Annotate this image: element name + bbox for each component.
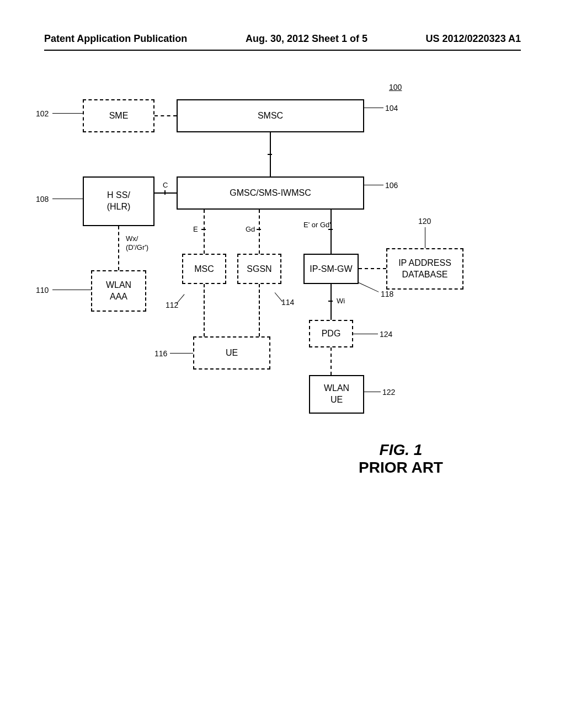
ref-102: 102: [36, 109, 49, 118]
node-ip-sm-gw: IP-SM-GW: [303, 254, 359, 284]
tick-icon: [328, 229, 333, 230]
ref-112: 112: [166, 301, 178, 309]
node-label: WLAN UE: [324, 383, 349, 406]
edge-sgsn-ue: [259, 284, 260, 336]
edge-msc-ue: [204, 284, 205, 336]
tick-icon: [328, 301, 333, 302]
header-left: Patent Application Publication: [44, 33, 187, 45]
node-wlan-ue: WLAN UE: [309, 375, 364, 414]
leader-line: [170, 353, 193, 354]
node-wlan-aaa: WLAN AAA: [91, 270, 146, 312]
ref-118: 118: [381, 290, 393, 298]
tick-icon: [164, 190, 166, 195]
leader-line: [52, 113, 83, 114]
node-ip-db: IP ADDRESS DATABASE: [386, 248, 463, 290]
leader-line: [364, 185, 383, 185]
figure-caption: FIG. 1 PRIOR ART: [359, 441, 443, 477]
leader-line: [425, 227, 426, 248]
node-label: SME: [109, 111, 129, 121]
node-label: WLAN AAA: [106, 280, 131, 303]
interface-wi: Wi: [337, 297, 345, 305]
node-sme: SME: [83, 99, 154, 132]
diagram-canvas: SME SMSC H SS/ (HLR) GMSC/SMS-IWMSC C Wx…: [83, 99, 469, 596]
node-label: PDG: [322, 329, 341, 339]
fig-number: FIG. 1: [380, 441, 423, 458]
edge-pdg-wlanue: [331, 347, 332, 375]
leader-line: [52, 199, 83, 199]
edge-hss-wlanaaa: [118, 226, 119, 270]
fig-priorart: PRIOR ART: [359, 459, 443, 476]
ref-124: 124: [380, 330, 392, 339]
page-header: Patent Application Publication Aug. 30, …: [0, 33, 565, 45]
node-label: IP-SM-GW: [310, 264, 352, 274]
node-ue: UE: [193, 336, 270, 370]
node-label: GMSC/SMS-IWMSC: [230, 188, 311, 198]
ref-122: 122: [382, 388, 395, 397]
leader-line: [364, 108, 383, 108]
edge-sme-smsc: [154, 115, 177, 116]
node-msc: MSC: [182, 254, 226, 284]
header-right: US 2012/0220323 A1: [426, 33, 521, 45]
ref-100: 100: [389, 83, 402, 92]
node-label: UE: [226, 348, 238, 358]
node-gmsc: GMSC/SMS-IWMSC: [177, 176, 364, 210]
ref-106: 106: [385, 181, 398, 190]
tick-icon: [257, 229, 261, 230]
node-label: SGSN: [247, 264, 271, 274]
ref-114: 114: [281, 298, 294, 307]
node-label: SMSC: [258, 111, 283, 121]
node-smsc: SMSC: [177, 99, 364, 132]
edge-hss-gmsc: [154, 192, 177, 194]
leader-line: [52, 290, 91, 290]
ref-116: 116: [154, 349, 167, 358]
interface-c: C: [163, 181, 168, 189]
node-label: H SS/ (HLR): [107, 190, 131, 213]
interface-wx: Wx/ (D'/Gr'): [126, 234, 148, 251]
ref-110: 110: [36, 286, 49, 295]
ref-120: 120: [418, 217, 431, 226]
edge-ipsmgw-pdg: [331, 284, 332, 320]
node-label: IP ADDRESS DATABASE: [398, 258, 451, 281]
node-label: MSC: [194, 264, 214, 274]
interface-e: E: [193, 225, 198, 233]
leader-line: [364, 392, 381, 392]
leader-line: [359, 282, 379, 292]
tick-icon: [201, 229, 206, 230]
edge-ipsmgw-db: [359, 268, 386, 269]
ref-104: 104: [385, 104, 398, 113]
edge-gmsc-msc: [204, 210, 205, 254]
interface-gd: Gd: [246, 225, 255, 233]
edge-gmsc-sgsn: [259, 210, 260, 254]
node-hss: H SS/ (HLR): [83, 176, 154, 226]
edge-gmsc-ipsmgw: [331, 210, 332, 254]
node-sgsn: SGSN: [237, 254, 281, 284]
node-pdg: PDG: [309, 320, 353, 347]
interface-egd: E' or Gd': [303, 221, 331, 229]
header-rule: [44, 50, 521, 51]
header-center: Aug. 30, 2012 Sheet 1 of 5: [246, 33, 367, 45]
ref-108: 108: [36, 195, 49, 204]
leader-line: [353, 334, 378, 334]
tick-icon: [268, 154, 272, 155]
